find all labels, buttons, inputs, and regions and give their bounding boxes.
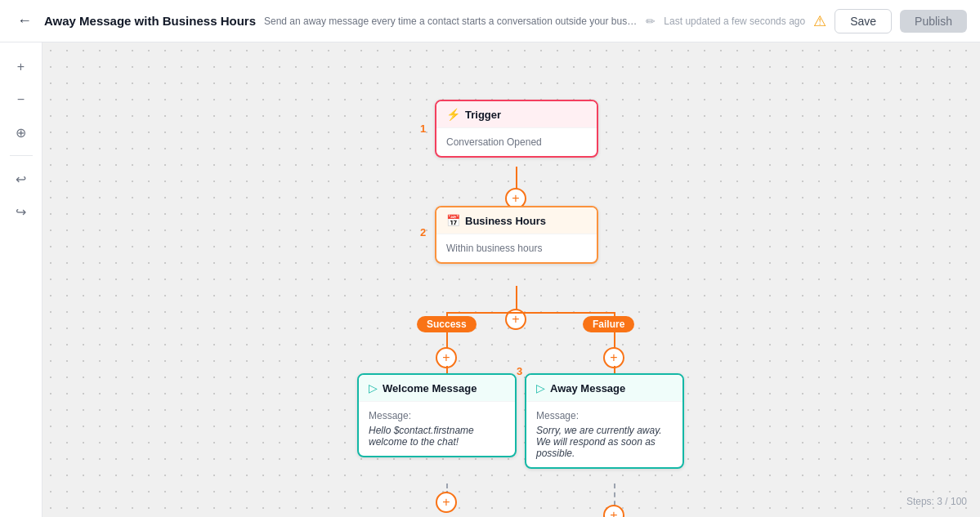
welcome-message-content: Hello $contact.firstname welcome to the … xyxy=(369,425,505,448)
welcome-title: Welcome Message xyxy=(383,382,477,394)
redo-button[interactable]: ↪ xyxy=(7,197,36,226)
step-1-label: 1 xyxy=(420,123,426,135)
welcome-icon: ▷ xyxy=(369,381,378,394)
zoom-in-button[interactable]: + xyxy=(7,52,36,82)
trigger-node[interactable]: ⚡ Trigger Conversation Opened xyxy=(435,100,598,158)
edit-icon[interactable]: ✏ xyxy=(646,15,656,28)
welcome-message-label: Message: xyxy=(369,410,505,421)
away-body: Message: Sorry, we are currently away. W… xyxy=(526,402,682,467)
away-title: Away Message xyxy=(550,382,625,394)
trigger-icon: ⚡ xyxy=(446,108,460,121)
flow-container: 1 ⚡ Trigger Conversation Opened + 2 xyxy=(43,42,980,517)
business-hours-body-text: Within business hours xyxy=(446,243,542,254)
undo-button[interactable]: ↩ xyxy=(7,164,36,194)
publish-button[interactable]: Publish xyxy=(900,10,967,33)
welcome-body: Message: Hello $contact.firstname welcom… xyxy=(359,402,515,456)
trigger-body-text: Conversation Opened xyxy=(446,136,542,148)
away-icon: ▷ xyxy=(536,381,545,394)
header: ← Away Message with Business Hours Send … xyxy=(0,0,980,42)
branch-line-left xyxy=(446,312,517,314)
toolbar-divider xyxy=(10,155,33,156)
connector-2 xyxy=(516,286,517,310)
back-button[interactable]: ← xyxy=(13,10,36,33)
business-hours-title: Business Hours xyxy=(465,215,546,227)
connector-1 xyxy=(516,167,517,189)
away-message-label: Message: xyxy=(536,410,673,421)
welcome-message-node[interactable]: ▷ Welcome Message Message: Hello $contac… xyxy=(357,373,517,457)
main-canvas: 1 ⚡ Trigger Conversation Opened + 2 xyxy=(43,42,980,517)
success-badge[interactable]: Success xyxy=(417,316,477,332)
fit-view-button[interactable]: ⊕ xyxy=(7,118,36,147)
last-updated-text: Last updated a few seconds ago xyxy=(664,16,805,27)
page-title: Away Message with Business Hours xyxy=(44,14,256,28)
trigger-title: Trigger xyxy=(465,109,501,121)
branch-line-right xyxy=(517,312,615,314)
add-welcome-bottom-button[interactable]: + xyxy=(436,492,457,513)
warning-icon: ⚠ xyxy=(813,12,826,30)
zoom-out-button[interactable]: − xyxy=(7,85,36,114)
step-3-label: 3 xyxy=(517,365,522,377)
add-away-bottom-button[interactable]: + xyxy=(603,505,624,517)
save-button[interactable]: Save xyxy=(835,9,892,33)
left-toolbar: + − ⊕ ↩ ↪ xyxy=(0,42,43,517)
page-description: Send an away message every time a contac… xyxy=(264,16,638,27)
away-node-header: ▷ Away Message xyxy=(526,375,682,402)
canvas-area: + − ⊕ ↩ ↪ 1 ⚡ Trigger Conversation Opene… xyxy=(0,42,980,517)
business-hours-body: Within business hours xyxy=(436,234,597,262)
steps-counter: Steps: 3 / 100 xyxy=(906,496,967,507)
business-hours-icon: 📅 xyxy=(446,214,460,227)
trigger-node-header: ⚡ Trigger xyxy=(436,101,597,128)
header-right: Last updated a few seconds ago ⚠ Save Pu… xyxy=(664,9,967,33)
away-message-content: Sorry, we are currently away. We will re… xyxy=(536,425,673,459)
away-message-node[interactable]: ▷ Away Message Message: Sorry, we are cu… xyxy=(525,373,684,469)
failure-badge[interactable]: Failure xyxy=(583,316,634,332)
welcome-node-header: ▷ Welcome Message xyxy=(359,375,515,402)
step-2-label: 2 xyxy=(420,226,426,238)
trigger-body: Conversation Opened xyxy=(436,128,597,156)
business-hours-node[interactable]: 📅 Business Hours Within business hours xyxy=(435,206,598,264)
business-hours-header: 📅 Business Hours xyxy=(436,207,597,234)
